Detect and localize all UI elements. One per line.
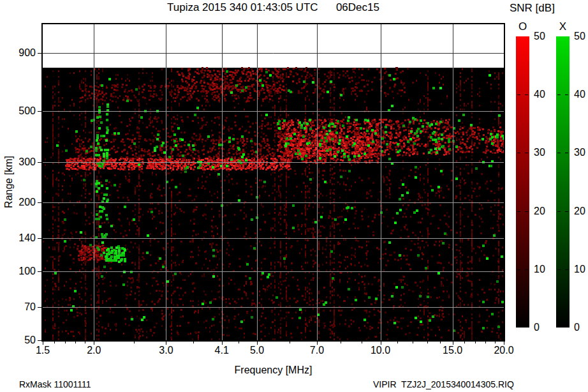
- colorbar-tick-dash: [565, 94, 568, 95]
- colorbar-tick-label: 20: [534, 206, 554, 217]
- x-tick-label: 15.0: [437, 345, 469, 356]
- x-minor-tick-mark: [362, 342, 362, 343]
- y-axis-label: Range [km]: [3, 118, 15, 246]
- y-tick-label: 500: [4, 105, 36, 117]
- o-mode-label: O: [516, 20, 529, 33]
- x-minor-tick-mark: [341, 342, 341, 343]
- x-minor-tick-mark: [54, 342, 55, 343]
- colorbar-tick-label: 0: [574, 322, 588, 333]
- colorbar-tick-label: 30: [574, 147, 588, 158]
- y-tick-mark: [38, 53, 41, 54]
- colorbar-tick-dash: [565, 153, 568, 153]
- x-tick-label: 10.0: [365, 345, 397, 356]
- colorbar-tick-dash: [525, 94, 528, 95]
- y-tick-mark: [38, 307, 41, 308]
- x-minor-tick-mark: [413, 342, 413, 343]
- x-mode-label: X: [556, 20, 570, 33]
- ionogram-page: Tupiza 2015 340 01:43:05 UTC 06Dec15 SNR…: [0, 0, 588, 392]
- y-tick-mark: [38, 202, 41, 203]
- colorbar-title: SNR [dB]: [510, 2, 555, 15]
- colorbar-tick-label: 50: [534, 31, 554, 42]
- x-tick-mark: [257, 342, 258, 345]
- colorbar-tick-dash: [517, 211, 520, 212]
- data-file-label: VIPIR TZJ2J_2015340014305.RIQ: [373, 379, 514, 389]
- colorbar-tick-dash: [525, 269, 528, 270]
- y-tick-mark: [38, 162, 41, 163]
- x-minor-tick-mark: [475, 342, 476, 343]
- x-minor-tick-mark: [397, 342, 398, 343]
- colorbar-tick-dash: [557, 94, 561, 95]
- x-minor-tick-mark: [65, 342, 66, 343]
- colorbar-tick-dash: [525, 153, 528, 153]
- colorbar-tick-label: 20: [574, 206, 588, 217]
- colorbar-tick-dash: [517, 269, 520, 270]
- y-tick-label: 70: [4, 301, 36, 313]
- colorbar-tick-label: 10: [534, 264, 554, 275]
- x-tick-mark: [222, 342, 223, 345]
- chart-title: Tupiza 2015 340 01:43:05 UTC 06Dec15: [41, 1, 505, 14]
- y-tick-label: 50: [4, 335, 36, 346]
- x-minor-tick-mark: [427, 342, 428, 343]
- x-tick-mark: [94, 342, 94, 345]
- x-tick-mark: [43, 342, 43, 345]
- x-minor-tick-mark: [440, 342, 441, 343]
- y-tick-mark: [38, 271, 41, 272]
- colorbar-tick-dash: [517, 94, 520, 95]
- x-tick-mark: [166, 342, 166, 345]
- colorbar-tick-dash: [517, 153, 520, 153]
- y-tick-mark: [38, 340, 41, 341]
- x-tick-label: 7.0: [301, 345, 333, 356]
- x-tick-mark: [504, 342, 504, 345]
- y-tick-label: 140: [4, 232, 36, 244]
- colorbar-tick-dash: [557, 269, 561, 270]
- colorbar-tick-dash: [557, 211, 561, 212]
- x-minor-tick-mark: [239, 342, 239, 343]
- x-tick-mark: [453, 342, 453, 345]
- y-tick-label: 200: [4, 197, 36, 208]
- y-tick-label: 100: [4, 266, 36, 277]
- colorbar-tick-label: 0: [534, 322, 554, 333]
- x-tick-mark: [381, 342, 381, 345]
- colorbar-tick-dash: [557, 153, 561, 153]
- colorbar-tick-dash: [565, 269, 568, 270]
- rx-mask-label: RxMask 11001111: [19, 379, 91, 389]
- x-tick-label: 4.1: [206, 345, 238, 356]
- x-minor-tick-mark: [495, 342, 496, 343]
- y-tick-label: 900: [4, 47, 36, 59]
- x-tick-label: 20.0: [488, 345, 520, 356]
- x-tick-label: 1.5: [27, 345, 59, 356]
- x-minor-tick-mark: [485, 342, 486, 343]
- colorbar-tick-label: 40: [534, 89, 554, 100]
- x-minor-tick-mark: [134, 342, 135, 343]
- y-tick-label: 300: [4, 156, 36, 168]
- x-tick-label: 2.0: [78, 345, 110, 356]
- colorbar-tick-label: 40: [574, 89, 588, 100]
- ionogram-plot-frame: [41, 23, 505, 342]
- colorbar-tick-dash: [565, 211, 568, 212]
- x-minor-tick-mark: [85, 342, 85, 343]
- x-tick-mark: [317, 342, 318, 345]
- x-tick-label: 5.0: [241, 345, 273, 356]
- colorbar-tick-dash: [525, 211, 528, 212]
- x-tick-label: 3.0: [150, 345, 182, 356]
- x-minor-tick-mark: [464, 342, 465, 343]
- x-minor-tick-mark: [75, 342, 76, 343]
- colorbar-tick-label: 30: [534, 147, 554, 158]
- ionogram-heatmap-canvas: [43, 24, 504, 340]
- x-minor-tick-mark: [290, 342, 290, 343]
- o-colorbar: [516, 36, 529, 328]
- x-colorbar: [556, 36, 570, 328]
- x-axis-label: Frequency [MHz]: [41, 365, 505, 376]
- x-minor-tick-mark: [193, 342, 194, 343]
- colorbar-tick-label: 50: [574, 31, 588, 42]
- colorbar-tick-label: 10: [574, 264, 588, 275]
- y-tick-mark: [38, 111, 41, 112]
- y-tick-mark: [38, 238, 41, 239]
